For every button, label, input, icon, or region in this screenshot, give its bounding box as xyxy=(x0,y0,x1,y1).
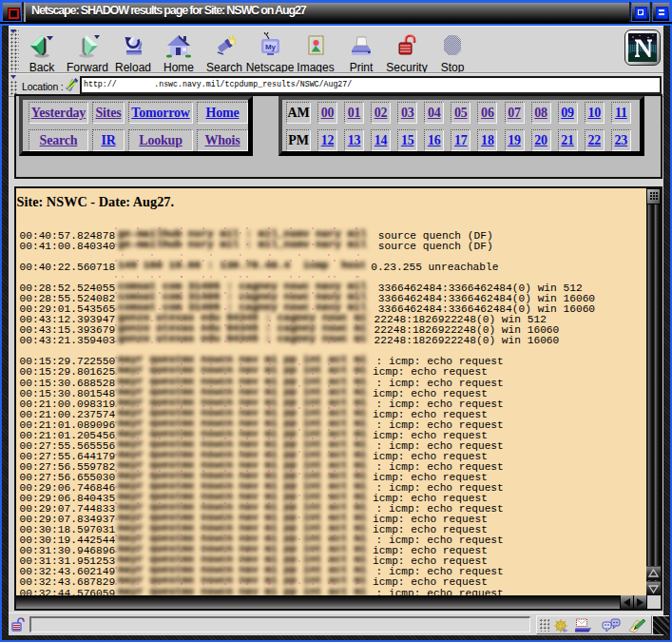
svg-text:My: My xyxy=(265,43,277,51)
